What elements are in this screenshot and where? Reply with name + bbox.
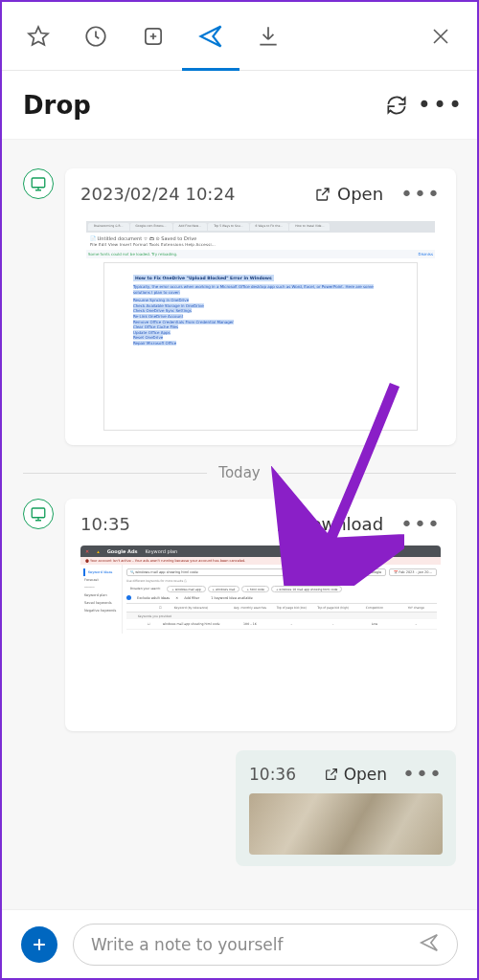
card-more-icon[interactable]: ••• — [400, 512, 441, 536]
note-placeholder: Write a note to yourself — [91, 935, 284, 954]
card-more-icon[interactable]: ••• — [402, 762, 443, 786]
drop-send-icon[interactable] — [195, 21, 226, 52]
drop-card-small: 10:36 Open ••• — [236, 750, 456, 866]
ads-thumbnail[interactable]: ✕▴Google AdsKeyword plan ⬤ Your account … — [80, 546, 441, 718]
device-avatar — [23, 499, 54, 529]
add-button[interactable] — [21, 926, 57, 963]
feed-row: 2023/02/24 10:24 Open ••• Brainstorming … — [23, 168, 456, 445]
drop-header: Drop ••• — [2, 71, 477, 140]
feed-row: 10:36 Open ••• — [23, 750, 456, 866]
drop-card: 10:35 Download ••• ✕▴Google AdsKeyword p… — [65, 499, 456, 731]
date-separator: Today — [23, 464, 456, 481]
message-feed: 2023/02/24 10:24 Open ••• Brainstorming … — [2, 140, 477, 913]
close-icon[interactable] — [425, 21, 456, 52]
card-more-icon[interactable]: ••• — [400, 182, 441, 206]
history-icon[interactable] — [80, 21, 111, 52]
download-button[interactable]: Download — [275, 514, 383, 534]
open-label: Open — [344, 765, 387, 784]
more-icon[interactable]: ••• — [425, 90, 456, 121]
note-input[interactable]: Write a note to yourself — [73, 924, 458, 966]
page-title: Drop — [23, 91, 368, 120]
open-button[interactable]: Open — [324, 765, 387, 784]
drop-card: 2023/02/24 10:24 Open ••• Brainstorming … — [65, 168, 456, 445]
image-thumbnail[interactable] — [249, 793, 443, 855]
refresh-icon[interactable] — [381, 90, 412, 121]
downloads-icon[interactable] — [253, 21, 284, 52]
device-avatar — [23, 168, 54, 199]
top-toolbar — [2, 2, 477, 71]
feed-row: 10:35 Download ••• ✕▴Google AdsKeyword p… — [23, 499, 456, 731]
card-timestamp: 10:35 — [80, 514, 263, 534]
svg-rect-3 — [32, 508, 45, 518]
open-label: Open — [337, 184, 383, 204]
doc-thumbnail[interactable]: Brainstorming & R…Google.com Extens…Add … — [80, 215, 441, 432]
send-icon[interactable] — [419, 932, 440, 957]
open-button[interactable]: Open — [314, 184, 383, 204]
composer-bar: Write a note to yourself — [2, 909, 477, 978]
svg-rect-2 — [32, 178, 45, 188]
card-timestamp: 2023/02/24 10:24 — [80, 184, 303, 204]
collections-icon[interactable] — [138, 21, 169, 52]
card-timestamp: 10:36 — [249, 765, 314, 784]
favorites-icon[interactable] — [23, 21, 54, 52]
download-label: Download — [298, 514, 383, 534]
